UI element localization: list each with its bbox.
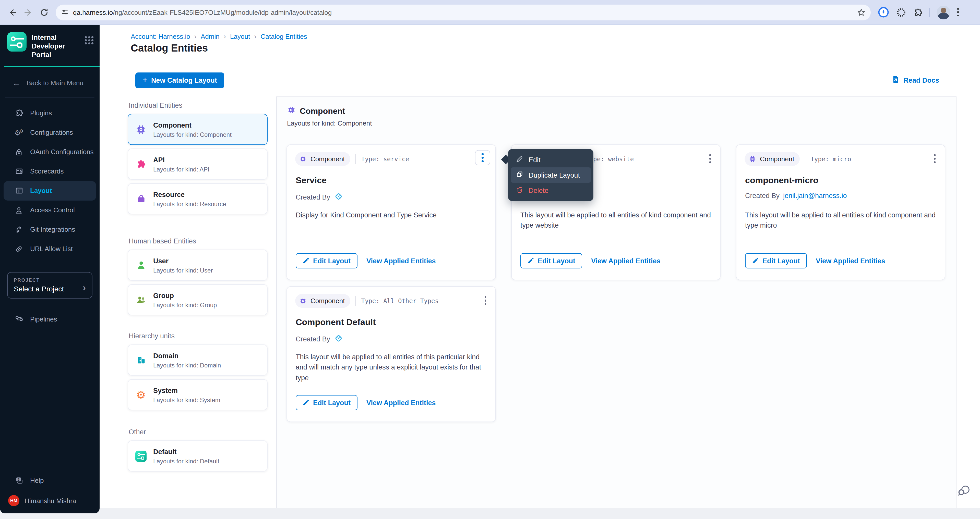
back-to-main-menu[interactable]: ← Back to Main Menu — [0, 67, 100, 87]
duplicate-icon — [516, 170, 523, 179]
card-menu-button[interactable] — [934, 154, 935, 163]
entity-item-domain[interactable]: DomainLayouts for kind: Domain — [128, 344, 267, 376]
extension-spinner-icon[interactable] — [896, 7, 907, 17]
browser-chrome: qa.harness.io/ng/account/zEaak-FLS425IEO… — [0, 0, 980, 25]
read-docs-link[interactable]: Read Docs — [891, 75, 939, 85]
kind-badge: Component — [295, 294, 350, 308]
edit-layout-button[interactable]: Edit Layout — [745, 253, 807, 268]
new-catalog-layout-button[interactable]: + New Catalog Layout — [135, 73, 224, 88]
sidebar-item-help[interactable]: ? Help — [0, 470, 100, 490]
sidebar-item-url-allow-list[interactable]: URL Allow List — [0, 239, 100, 259]
badge-divider — [355, 296, 356, 306]
breadcrumb-separator: › — [194, 32, 197, 40]
harness-creator-icon — [334, 334, 343, 344]
breadcrumb-separator: › — [224, 32, 226, 40]
sidebar-item-layout[interactable]: Layout — [3, 181, 96, 200]
sidebar-item-scorecards[interactable]: Scorecards — [0, 162, 100, 181]
scorecard-icon — [14, 167, 24, 176]
sidebar-item-oauth-configurations[interactable]: OAuth Configurations — [0, 142, 100, 162]
domain-buildings-icon — [134, 355, 148, 365]
url-bar[interactable]: qa.harness.io/ng/account/zEaak-FLS425IEO… — [56, 4, 871, 20]
person-icon — [14, 206, 24, 214]
layout-description: This layout will be applied to all entit… — [296, 352, 487, 383]
view-applied-entities-link[interactable]: View Applied Entities — [366, 257, 436, 265]
page-title: Catalog Entities — [131, 42, 208, 54]
layout-title: component-micro — [745, 176, 818, 186]
card-menu-button[interactable] — [709, 154, 711, 163]
card-menu-button[interactable] — [475, 150, 490, 165]
refresh-icon[interactable] — [40, 8, 49, 17]
system-gear-icon: ⚙ — [134, 389, 148, 400]
arrow-left-icon: ← — [12, 78, 21, 87]
layout-description: Display for Kind Component and Type Serv… — [296, 210, 487, 221]
idp-logo — [7, 32, 27, 54]
layouts-panel: Component Layouts for kind: Component Co… — [277, 97, 956, 508]
breadcrumb-layout[interactable]: Layout — [230, 32, 250, 40]
menu-item-edit[interactable]: Edit — [511, 152, 591, 167]
page-header: Account: Harness.io › Admin › Layout › C… — [100, 25, 980, 64]
trash-icon — [516, 186, 523, 195]
section-hierarchy-units: Hierarchy units — [129, 332, 175, 340]
harness-creator-icon — [334, 192, 343, 203]
creator-email-link[interactable]: jenil.jain@harness.io — [783, 192, 847, 200]
breadcrumb-admin[interactable]: Admin — [201, 32, 220, 40]
breadcrumb-catalog-entities[interactable]: Catalog Entities — [261, 32, 307, 40]
edit-layout-button[interactable]: Edit Layout — [296, 395, 357, 410]
type-text: Type: All Other Types — [361, 297, 438, 305]
plus-icon: + — [143, 75, 148, 85]
url-text[interactable]: qa.harness.io/ng/account/zEaak-FLS425IEO… — [73, 8, 857, 16]
breadcrumb: Account: Harness.io › Admin › Layout › C… — [131, 32, 307, 40]
page: qa.harness.io/ng/account/zEaak-FLS425IEO… — [0, 0, 980, 519]
kind-title: Component — [300, 106, 345, 116]
sidebar-item-git-integrations[interactable]: Git Integrations — [0, 220, 100, 239]
card-menu-button[interactable] — [484, 296, 486, 305]
menu-item-delete[interactable]: Delete — [511, 183, 591, 198]
layout-title: Component Default — [296, 317, 376, 328]
support-chat-icon[interactable] — [957, 484, 971, 500]
entity-item-default[interactable]: DefaultLayouts for kind: Default — [128, 440, 267, 471]
edit-layout-button[interactable]: Edit Layout — [296, 253, 357, 268]
help-chat-icon: ? — [14, 476, 24, 484]
entity-item-group[interactable]: GroupLayouts for kind: Group — [128, 284, 267, 315]
menu-item-duplicate-layout[interactable]: Duplicate Layout — [511, 167, 591, 183]
back-icon[interactable] — [8, 8, 17, 17]
sidebar-item-configurations[interactable]: ⚙⚙ Configurations — [0, 123, 100, 142]
bookmark-star-icon[interactable] — [857, 8, 865, 17]
browser-profile-avatar[interactable] — [937, 5, 950, 19]
browser-menu-icon[interactable] — [957, 8, 959, 17]
entity-item-api[interactable]: APILayouts for kind: API — [128, 149, 267, 179]
edit-layout-button[interactable]: Edit Layout — [520, 253, 582, 268]
extensions-puzzle-icon[interactable] — [913, 7, 923, 17]
view-applied-entities-link[interactable]: View Applied Entities — [816, 257, 885, 265]
site-settings-icon[interactable] — [61, 8, 69, 16]
section-human-entities: Human based Entities — [129, 237, 196, 245]
user-menu[interactable]: HM Himanshu Mishra — [0, 490, 100, 506]
pencil-icon — [516, 155, 523, 164]
entity-item-system[interactable]: ⚙ SystemLayouts for kind: System — [128, 379, 267, 410]
forward-icon[interactable] — [24, 8, 33, 17]
component-chip-icon — [299, 155, 307, 163]
created-by-row: Created By jenil.jain@harness.io — [745, 192, 847, 200]
app-grid-icon[interactable] — [85, 36, 94, 44]
view-applied-entities-link[interactable]: View Applied Entities — [591, 257, 660, 265]
project-selector[interactable]: PROJECT Select a Project › — [7, 272, 92, 298]
section-other: Other — [129, 428, 146, 436]
sidebar-item-access-control[interactable]: Access Control — [0, 200, 100, 220]
entity-item-component[interactable]: ComponentLayouts for kind: Component — [128, 114, 267, 145]
kind-badge: Component — [745, 152, 800, 166]
onepassword-extension-icon[interactable] — [878, 6, 889, 18]
view-applied-entities-link[interactable]: View Applied Entities — [366, 399, 436, 406]
component-chip-icon — [287, 106, 296, 116]
sidebar-item-plugins[interactable]: Plugins — [0, 103, 100, 123]
card-context-menu: Edit Duplicate Layout Delete — [508, 149, 593, 201]
sidebar: Internal Developer Portal ← Back to Main… — [0, 25, 100, 513]
svg-text:?: ? — [18, 478, 19, 481]
action-toolbar: + New Catalog Layout Read Docs — [100, 65, 980, 97]
breadcrumb-account[interactable]: Account: Harness.io — [131, 32, 190, 40]
sidebar-item-pipelines[interactable]: Pipelines — [0, 309, 100, 329]
entity-item-user[interactable]: UserLayouts for kind: User — [128, 249, 267, 281]
entity-item-resource[interactable]: ResourceLayouts for kind: Resource — [128, 183, 267, 214]
user-avatar: HM — [8, 495, 19, 506]
component-chip-icon — [299, 297, 307, 305]
entity-kind-list: Individual Entities ComponentLayouts for… — [100, 97, 276, 508]
